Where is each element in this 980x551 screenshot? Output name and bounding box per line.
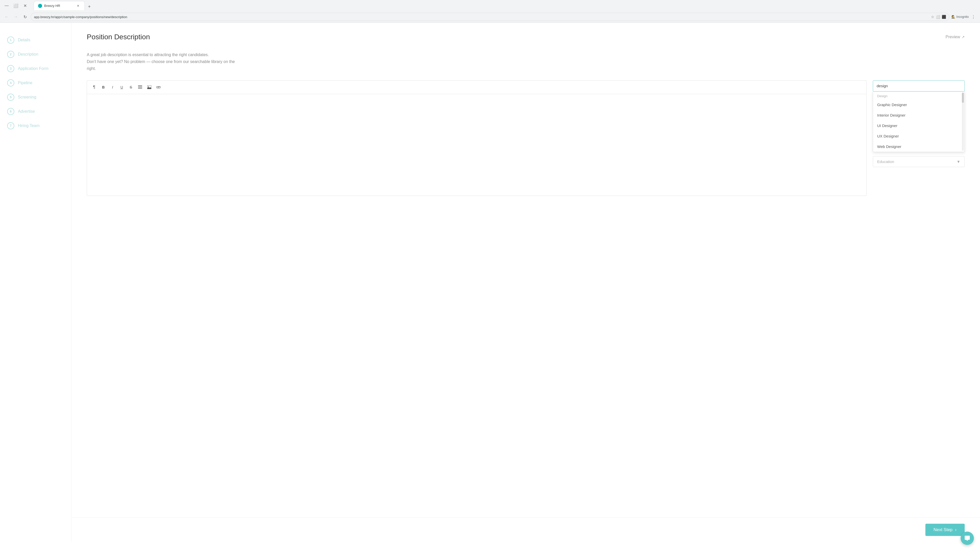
forward-button[interactable]: → (12, 13, 19, 21)
sidebar-item-application-form[interactable]: 3 Application Form (5, 62, 66, 76)
close-button[interactable]: ✕ (21, 2, 29, 9)
incognito-label: Incognito (956, 15, 969, 19)
education-dropdown[interactable]: Education ▼ (873, 156, 965, 167)
external-link-icon: ↗ (962, 35, 965, 39)
svg-rect-3 (138, 88, 142, 89)
back-button[interactable]: ← (3, 13, 10, 21)
sidebar-item-advertise[interactable]: 6 Advertise (5, 104, 66, 119)
sidebar-icon-pipeline: 4 (7, 79, 14, 86)
incognito-badge: 🕵 Incognito (951, 15, 969, 19)
toolbar-link-button[interactable] (154, 83, 162, 91)
address-icons: ☆ ⬜ ⬛ (931, 15, 946, 19)
minimize-button[interactable]: — (3, 2, 10, 9)
dropdown-item-graphic-designer[interactable]: Graphic Designer (873, 100, 960, 110)
next-step-chevron-icon: › (955, 527, 956, 532)
sidebar-icon-hiring-team: 7 (7, 122, 14, 129)
sidebar-item-screening[interactable]: 5 Screening (5, 90, 66, 104)
page-layout: 1 Details 2 Description 3 Application Fo… (0, 23, 980, 542)
description-line3: right. (87, 66, 96, 71)
main-content: Position Description Preview ↗ A great j… (72, 23, 980, 517)
sidebar-item-details[interactable]: 1 Details (5, 33, 66, 47)
dropdown-item-ux-designer[interactable]: UX Designer (873, 131, 960, 141)
url-text: app.breezy.hr/app/c/sample-company/posit… (34, 15, 929, 19)
dropdown-scrollbar[interactable] (962, 93, 964, 151)
sidebar-item-hiring-team[interactable]: 7 Hiring Team (5, 119, 66, 133)
toolbar-list-button[interactable] (136, 83, 144, 91)
template-search-input[interactable] (873, 80, 965, 92)
maximize-button[interactable]: ⬜ (12, 2, 19, 9)
sidebar-icon-application-form: 3 (7, 65, 14, 72)
editor-toolbar: ¶ B I U S (87, 80, 867, 94)
svg-point-5 (148, 86, 149, 87)
editor-main: ¶ B I U S (87, 80, 867, 196)
education-chevron-icon: ▼ (956, 159, 960, 164)
address-bar-row: ← → ↻ app.breezy.hr/app/c/sample-company… (0, 11, 980, 22)
description-line1: A great job description is essential to … (87, 52, 209, 57)
description-text: A great job description is essential to … (87, 51, 965, 72)
toolbar-italic-button[interactable]: I (108, 83, 117, 91)
tab-close-button[interactable]: ✕ (76, 3, 80, 8)
toolbar-paragraph-button[interactable]: ¶ (90, 83, 98, 91)
next-step-label: Next Step (934, 527, 953, 532)
new-tab-button[interactable]: + (86, 3, 93, 10)
dropdown-list: Design Graphic Designer Interior Designe… (873, 92, 965, 152)
refresh-button[interactable]: ↻ (21, 13, 29, 21)
preview-link[interactable]: Preview ↗ (945, 35, 965, 39)
sidebar-label-screening: Screening (18, 95, 36, 100)
browser-chrome: — ⬜ ✕ Breezy HR ✕ + ← → ↻ app.breezy.hr/… (0, 0, 980, 23)
dropdown-item-ui-designer[interactable]: UI Designer (873, 121, 960, 131)
svg-point-0 (39, 5, 41, 7)
bottom-bar: Next Step › (72, 517, 980, 542)
dropdown-item-web-designer[interactable]: Web Designer (873, 141, 960, 152)
editor-body[interactable] (87, 94, 867, 196)
description-line2: Don't have one yet? No problem — choose … (87, 59, 235, 64)
tab-title: Breezy HR (44, 4, 74, 8)
scrollbar-thumb (962, 93, 964, 103)
search-wrapper (873, 80, 965, 92)
menu-button[interactable]: ⋮ (970, 13, 977, 21)
sidebar-item-pipeline[interactable]: 4 Pipeline (5, 76, 66, 90)
browser-titlebar: — ⬜ ✕ Breezy HR ✕ + (0, 0, 980, 11)
next-step-button[interactable]: Next Step › (925, 524, 965, 536)
toolbar-underline-button[interactable]: U (118, 83, 126, 91)
right-panel: Design Graphic Designer Interior Designe… (873, 80, 965, 196)
tab-bar: Breezy HR ✕ + (30, 1, 977, 10)
sidebar-label-hiring-team: Hiring Team (18, 124, 40, 128)
active-tab[interactable]: Breezy HR ✕ (34, 1, 85, 10)
page-title: Position Description (87, 33, 150, 41)
extensions-icon[interactable]: ⬜ (936, 15, 940, 19)
sidebar-label-application-form: Application Form (18, 66, 48, 71)
svg-rect-2 (138, 87, 142, 87)
sidebar-label-pipeline: Pipeline (18, 81, 32, 85)
sidebar-icon-description: 2 (7, 51, 14, 58)
svg-rect-1 (138, 86, 142, 86)
editor-container: ¶ B I U S (87, 80, 965, 196)
browser-right-icons: 🕵 Incognito ⋮ (951, 13, 977, 21)
education-label: Education (877, 159, 894, 164)
tab-favicon (38, 4, 42, 8)
window-controls: — ⬜ ✕ (3, 2, 29, 9)
sidebar: 1 Details 2 Description 3 Application Fo… (0, 23, 72, 542)
sidebar-icon-screening: 5 (7, 94, 14, 101)
toolbar-strikethrough-button[interactable]: S (127, 83, 135, 91)
sidebar-label-description: Description (18, 52, 38, 57)
layout-icon[interactable]: ⬛ (942, 15, 946, 19)
preview-label: Preview (945, 35, 960, 39)
page-header: Position Description Preview ↗ (87, 33, 965, 41)
incognito-icon: 🕵 (951, 15, 955, 19)
toolbar-bold-button[interactable]: B (99, 83, 107, 91)
sidebar-item-description[interactable]: 2 Description (5, 47, 66, 62)
sidebar-label-advertise: Advertise (18, 109, 35, 114)
sidebar-icon-advertise: 6 (7, 108, 14, 115)
sidebar-label-details: Details (18, 38, 30, 42)
star-icon[interactable]: ☆ (931, 15, 934, 19)
dropdown-category-design: Design (873, 92, 960, 100)
address-bar[interactable]: app.breezy.hr/app/c/sample-company/posit… (30, 13, 950, 21)
dropdown-item-interior-designer[interactable]: Interior Designer (873, 110, 960, 121)
sidebar-icon-details: 1 (7, 37, 14, 44)
toolbar-image-button[interactable] (145, 83, 153, 91)
